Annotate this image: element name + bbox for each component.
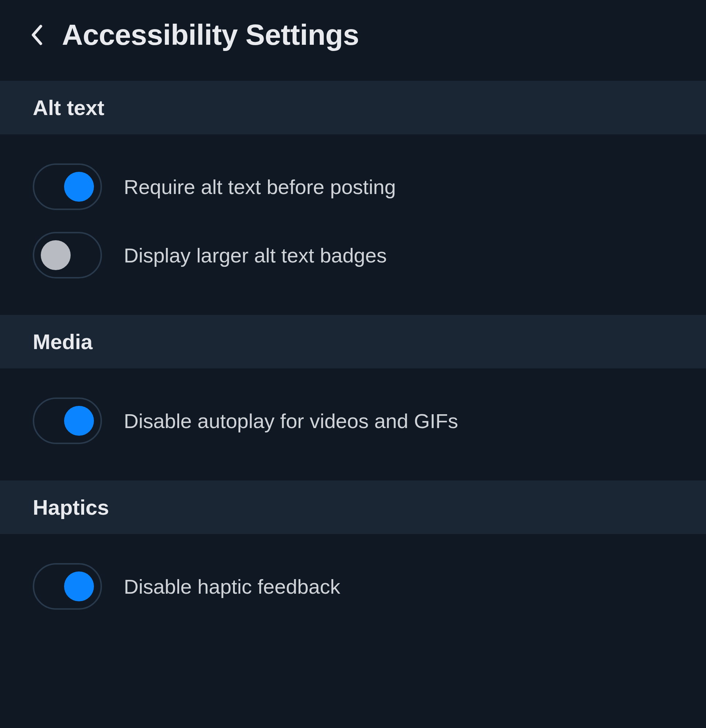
toggle-disable-autoplay[interactable] bbox=[33, 397, 102, 444]
setting-row-require-alt-text: Require alt text before posting bbox=[33, 153, 673, 221]
setting-label: Disable autoplay for videos and GIFs bbox=[124, 409, 458, 433]
section-header-alt-text: Alt text bbox=[0, 81, 706, 134]
section-title-alt-text: Alt text bbox=[33, 95, 673, 120]
section-header-media: Media bbox=[0, 315, 706, 368]
section-body-haptics: Disable haptic feedback bbox=[0, 534, 706, 639]
section-title-media: Media bbox=[33, 329, 673, 354]
setting-label: Display larger alt text badges bbox=[124, 244, 387, 267]
page-title: Accessibility Settings bbox=[62, 18, 359, 52]
setting-label: Disable haptic feedback bbox=[124, 575, 340, 598]
section-header-haptics: Haptics bbox=[0, 481, 706, 534]
toggle-larger-alt-badges[interactable] bbox=[33, 232, 102, 279]
setting-row-disable-haptics: Disable haptic feedback bbox=[33, 552, 673, 621]
toggle-knob bbox=[41, 240, 71, 270]
toggle-disable-haptics[interactable] bbox=[33, 563, 102, 610]
toggle-require-alt-text[interactable] bbox=[33, 163, 102, 210]
setting-row-disable-autoplay: Disable autoplay for videos and GIFs bbox=[33, 387, 673, 455]
setting-row-larger-alt-badges: Display larger alt text badges bbox=[33, 221, 673, 289]
section-body-alt-text: Require alt text before posting Display … bbox=[0, 134, 706, 308]
section-body-media: Disable autoplay for videos and GIFs bbox=[0, 368, 706, 473]
section-title-haptics: Haptics bbox=[33, 495, 673, 519]
toggle-knob bbox=[64, 406, 94, 436]
header: Accessibility Settings bbox=[0, 0, 706, 81]
chevron-left-icon bbox=[30, 24, 43, 46]
setting-label: Require alt text before posting bbox=[124, 175, 396, 199]
toggle-knob bbox=[64, 572, 94, 601]
back-button[interactable] bbox=[29, 24, 44, 46]
toggle-knob bbox=[64, 172, 94, 202]
